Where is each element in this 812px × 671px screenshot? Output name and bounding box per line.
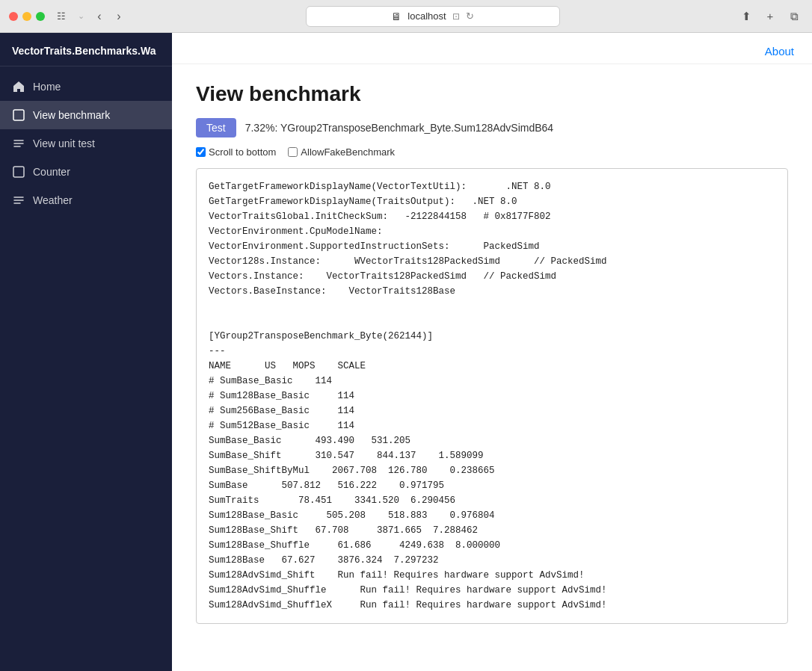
progress-text: 7.32%: YGroup2TransposeBenchmark_Byte.Su… bbox=[245, 122, 553, 134]
sidebar-item-weather-label: Weather bbox=[33, 194, 73, 206]
split-view-button[interactable]: ⧉ bbox=[785, 7, 803, 25]
sidebar-toggle-button[interactable]: ☷ bbox=[51, 9, 72, 24]
svg-rect-1 bbox=[13, 167, 24, 177]
refresh-icon[interactable]: ↻ bbox=[466, 10, 474, 22]
share-button[interactable]: ⬆ bbox=[737, 7, 755, 25]
sidebar-title: VectorTraits.Benchmarks.Wa bbox=[0, 33, 172, 67]
about-link[interactable]: About bbox=[765, 45, 794, 58]
titlebar: ☷ ⌄ ‹ › 🖥 localhost ⊡ ↻ ⬆ + ⧉ bbox=[0, 0, 812, 33]
scroll-to-bottom-checkbox[interactable] bbox=[196, 147, 206, 157]
address-bar-wrapper: 🖥 localhost ⊡ ↻ bbox=[134, 6, 731, 27]
app: VectorTraits.Benchmarks.Wa Home View ben… bbox=[0, 33, 812, 671]
home-icon bbox=[12, 80, 25, 93]
sidebar-item-weather[interactable]: Weather bbox=[0, 186, 172, 214]
sidebar-item-counter[interactable]: Counter bbox=[0, 158, 172, 186]
minimize-button[interactable] bbox=[22, 12, 31, 21]
address-bar[interactable]: 🖥 localhost ⊡ ↻ bbox=[306, 6, 560, 27]
allow-fake-benchmark-label: AllowFakeBenchmark bbox=[301, 146, 395, 158]
chevron-down-icon: ⌄ bbox=[78, 11, 84, 21]
nav-buttons: ‹ › bbox=[90, 7, 128, 25]
weather-icon bbox=[12, 194, 25, 207]
airplay-icon: ⊡ bbox=[452, 11, 460, 22]
new-tab-button[interactable]: + bbox=[761, 7, 779, 25]
main-content-area: About View benchmark Test 7.32%: YGroup2… bbox=[172, 33, 812, 671]
main-header: About bbox=[172, 33, 812, 64]
sidebar-item-home[interactable]: Home bbox=[0, 72, 172, 101]
scroll-to-bottom-label: Scroll to bottom bbox=[209, 146, 276, 158]
titlebar-right: ⬆ + ⧉ bbox=[737, 7, 803, 25]
sidebar: VectorTraits.Benchmarks.Wa Home View ben… bbox=[0, 33, 172, 671]
checkboxes: Scroll to bottom AllowFakeBenchmark bbox=[196, 146, 788, 158]
main-content: View benchmark Test 7.32%: YGroup2Transp… bbox=[172, 64, 812, 671]
counter-icon bbox=[12, 165, 25, 179]
svg-rect-0 bbox=[13, 110, 24, 120]
allow-fake-benchmark-checkbox[interactable] bbox=[288, 147, 298, 157]
scroll-to-bottom-checkbox-label[interactable]: Scroll to bottom bbox=[196, 146, 276, 158]
close-button[interactable] bbox=[9, 12, 18, 21]
back-button[interactable]: ‹ bbox=[90, 7, 108, 25]
sidebar-item-view-unit-test-label: View unit test bbox=[33, 137, 95, 149]
maximize-button[interactable] bbox=[36, 12, 45, 21]
sidebar-item-view-benchmark[interactable]: View benchmark bbox=[0, 101, 172, 129]
screen-share-icon: 🖥 bbox=[391, 10, 402, 22]
list-icon bbox=[12, 137, 25, 150]
toolbar: Test 7.32%: YGroup2TransposeBenchmark_By… bbox=[196, 118, 788, 137]
url-text: localhost bbox=[407, 10, 446, 22]
forward-button[interactable]: › bbox=[110, 7, 128, 25]
traffic-lights bbox=[9, 12, 45, 21]
sidebar-item-view-benchmark-label: View benchmark bbox=[33, 109, 110, 121]
test-button[interactable]: Test bbox=[196, 118, 236, 137]
sidebar-nav: Home View benchmark View unit test Count… bbox=[0, 67, 172, 220]
page-title: View benchmark bbox=[196, 82, 788, 106]
allow-fake-benchmark-checkbox-label[interactable]: AllowFakeBenchmark bbox=[288, 146, 395, 158]
sidebar-item-home-label: Home bbox=[33, 81, 61, 93]
plus-square-icon bbox=[12, 108, 25, 122]
sidebar-item-counter-label: Counter bbox=[33, 166, 70, 178]
output-area[interactable]: GetTargetFrameworkDisplayName(VectorText… bbox=[196, 168, 788, 624]
sidebar-item-view-unit-test[interactable]: View unit test bbox=[0, 129, 172, 158]
